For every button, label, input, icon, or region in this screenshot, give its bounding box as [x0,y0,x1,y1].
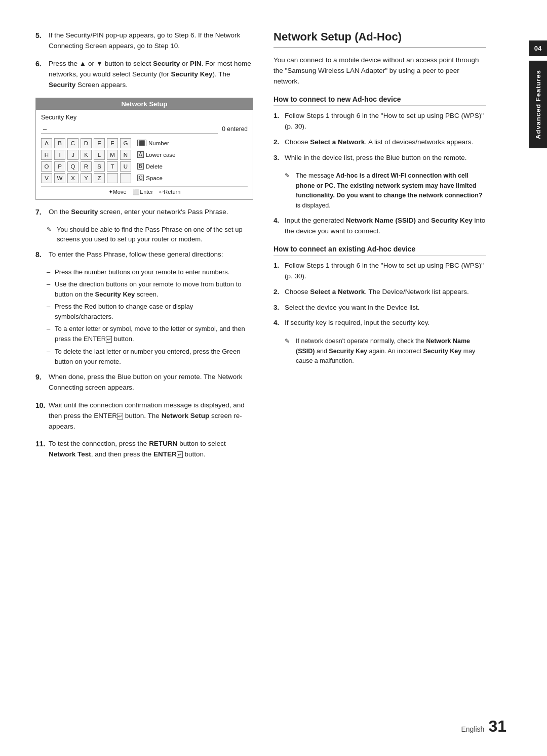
key-E[interactable]: E [94,138,105,148]
section-title: Network Setup (Ad-Hoc) [274,30,486,48]
key-C[interactable]: C [67,138,79,148]
delete-label: B Delete [137,163,163,170]
security-key-label: Security Key [41,114,248,121]
key-G[interactable]: G [120,138,131,148]
entered-label: 0 entered [222,125,248,133]
section2-step-1: 1. Follow Steps 1 through 6 in the "How … [274,261,486,282]
key-X[interactable]: X [67,173,79,183]
key-N[interactable]: N [120,150,131,160]
step-8-number: 8. [35,249,46,260]
left-column: 5. If the Security/PIN pop-up appears, g… [35,30,253,726]
network-box-title: Network Setup [36,98,253,110]
step-5-text: If the Security/PIN pop-up appears, go t… [49,30,253,52]
page-number: 31 [488,717,506,736]
section1-note: The message Ad-hoc is a direct Wi-Fi con… [285,171,486,211]
delete-icon: B [137,163,144,170]
step-10-text: Wait until the connection confirmation m… [49,400,253,432]
intro-text: You can connect to a mobile device witho… [274,55,486,87]
number-label: ⬛ Number [137,140,169,146]
key-F[interactable]: F [107,138,118,148]
key-P[interactable]: P [54,161,65,172]
key-I[interactable]: I [54,150,65,160]
step-6: 6. Press the ▲ or ▼ button to select Sec… [35,59,253,91]
step-8: 8. To enter the Pass Phrase, follow thes… [35,249,253,260]
chapter-label: Advanced Features [529,61,547,148]
section2-step-4: 4. If security key is required, input th… [274,318,486,328]
key-U[interactable]: U [120,161,131,172]
section1-list-cont: 4. Input the generated Network Name (SSI… [274,216,486,237]
key-V[interactable]: V [41,173,52,183]
direction-5: To delete the last letter or number you … [47,347,253,367]
key-S[interactable]: S [94,161,105,172]
key-B[interactable]: B [54,138,65,148]
step-9-number: 9. [35,372,46,383]
step-8-text: To enter the Pass Phrase, follow these g… [49,249,253,260]
key-H[interactable]: H [41,150,52,160]
step-10: 10. Wait until the connection confirmati… [35,400,253,432]
section2-step-2: 2. Choose Select a Network. The Device/N… [274,287,486,298]
step-6-text: Press the ▲ or ▼ button to select Securi… [49,59,253,91]
right-column: Network Setup (Ad-Hoc) You can connect t… [274,30,512,726]
step-11: 11. To test the connection, press the RE… [35,439,253,460]
key-row-2: H I J K L M N A Lower case [41,150,248,160]
lowercase-label: A Lower case [137,151,175,158]
step-8-directions: Press the number buttons on your remote … [47,267,253,367]
step-7: 7. On the Security screen, enter your ne… [35,207,253,218]
step-11-text: To test the connection, press the RETURN… [49,439,253,460]
direction-1: Press the number buttons on your remote … [47,267,253,277]
section1-step-4: 4. Input the generated Network Name (SSI… [274,216,486,237]
step-9-text: When done, press the Blue button on your… [49,372,253,393]
key-row-4: V W X Y Z C Space [41,173,248,183]
key-M[interactable]: M [107,150,118,160]
section2-list: 1. Follow Steps 1 through 6 in the "How … [274,261,486,329]
direction-3: Press the Red button to change case or d… [47,302,253,322]
note-pencil-icon: ✎ [47,225,51,234]
keyboard-grid: A B C D E F G ⬛ Number [41,138,248,183]
space-icon: C [137,175,144,181]
step-7-number: 7. [35,207,46,218]
key-O[interactable]: O [41,161,52,172]
key-blank1[interactable] [107,173,118,183]
cursor: – [43,125,47,133]
step-5-number: 5. [35,30,46,41]
number-icon: ⬛ [137,140,146,146]
key-Y[interactable]: Y [81,173,92,183]
keyboard-nav-row: ✦Move ⬜Enter ↩Return [41,186,248,195]
key-row-1: A B C D E F G ⬛ Number [41,138,248,148]
footer: English 31 [461,717,506,736]
key-row-3: O P Q R S T U B Delete [41,161,248,172]
step-7-text: On the Security screen, enter your netwo… [49,207,253,218]
key-D[interactable]: D [81,138,92,148]
section2-note: If network doesn't operate normally, che… [285,337,486,366]
content-wrapper: 5. If the Security/PIN pop-up appears, g… [35,30,512,726]
step-7-note: ✎ You should be able to find the Pass Ph… [47,225,253,244]
key-blank2[interactable] [120,173,131,183]
step-5: 5. If the Security/PIN pop-up appears, g… [35,30,253,52]
key-T[interactable]: T [107,161,118,172]
section2-step-3: 3. Select the device you want in the Dev… [274,303,486,313]
section1-step-1: 1. Follow Steps 1 through 6 in the "How … [274,111,486,132]
page: 04 Advanced Features 5. If the Security/… [0,0,547,756]
key-R[interactable]: R [81,161,92,172]
key-input-row: – 0 entered [41,124,248,134]
direction-2: Use the direction buttons on your remote… [47,279,253,300]
key-Z[interactable]: Z [94,173,105,183]
section1-step-2: 2. Choose Select a Network. A list of de… [274,137,486,148]
key-W[interactable]: W [54,173,65,183]
key-Q[interactable]: Q [67,161,79,172]
network-setup-box: Network Setup Security Key – 0 entered A… [35,98,253,200]
section1-list: 1. Follow Steps 1 through 6 in the "How … [274,111,486,163]
key-input-field: – [41,124,218,134]
step-11-number: 11. [35,439,46,449]
step-6-number: 6. [35,59,46,69]
chapter-number: 04 [529,40,547,56]
key-A[interactable]: A [41,138,52,148]
key-J[interactable]: J [67,150,79,160]
language-label: English [461,725,484,733]
key-L[interactable]: L [94,150,105,160]
key-K[interactable]: K [81,150,92,160]
space-label: C Space [137,175,163,181]
network-box-body: Security Key – 0 entered A B C D [36,110,253,199]
step-10-number: 10. [35,400,46,411]
section2-title: How to connect an existing Ad-hoc device [274,245,486,256]
